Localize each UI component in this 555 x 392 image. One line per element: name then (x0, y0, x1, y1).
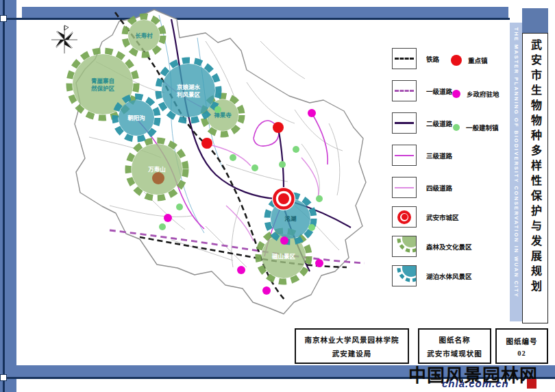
general-town-dot (176, 204, 183, 210)
legend-label: 一般建制镇 (466, 123, 499, 132)
township-seat-dot (315, 259, 323, 267)
drawing-name-label: 图纸名称 (439, 334, 471, 345)
general-town-dot (316, 195, 323, 202)
organization-line2: 武安建设局 (332, 348, 372, 358)
scenic-area-label: 朝阳沟 (127, 114, 145, 121)
drawing-name-box: 图纸名称 武安市域现状图 (418, 328, 491, 364)
legend-label: 湖泊水体风景区 (426, 271, 472, 281)
legend-item-township-seat: 乡政府驻地 (452, 89, 500, 99)
legend-item-road1: 一级道路 (392, 80, 452, 101)
general-town-dot (159, 223, 166, 230)
township-seat-dot-icon (452, 90, 460, 98)
legend-item-lake: 湖泊水体风景区 (392, 265, 472, 286)
legend-item-city: 武安市城区 (392, 206, 459, 228)
legend-item-road3: 三级道路 (392, 145, 452, 166)
legend-swatch-box (392, 80, 417, 101)
organization-line1: 南京林业大学风景园林学院 (305, 334, 399, 345)
key-town-dot (273, 122, 284, 133)
general-town-dot (308, 224, 315, 231)
scenic-core-dot (152, 172, 164, 184)
general-town-dot (251, 164, 258, 171)
legend-swatch-box (392, 48, 417, 69)
chinese-title-box: 武安市生物物种多样性保护与发展规划 (522, 33, 548, 323)
chinese-title-text: 武安市生物物种多样性保护与发展规划 (527, 34, 543, 323)
legend-swatch-box (392, 177, 417, 198)
drawing-name-value: 武安市域现状图 (427, 348, 482, 358)
legend-item-railway: 铁路 (392, 48, 439, 69)
township-seat-dot (262, 286, 271, 295)
road1-line-sample (395, 90, 414, 92)
legend-swatch-box (392, 206, 417, 228)
road3-line-sample (395, 155, 414, 156)
legend-item-key-town: 重点镇 (451, 55, 488, 66)
scenic-area-label: 磁山景区 (272, 253, 296, 260)
english-title-text: THE MASTER PLANNING OF BIODIVERSITY CONS… (513, 23, 519, 321)
key-town-dot (201, 138, 212, 149)
legend-item-road4: 四级道路 (392, 177, 452, 198)
legend-swatch-box (392, 236, 417, 257)
forest-area-icon (393, 236, 416, 256)
legend-item-forest: 森林及文化景区 (392, 236, 472, 257)
township-seat-dot (308, 109, 316, 117)
drawing-number-label: 图纸编号 (506, 336, 538, 346)
legend-swatch-box (392, 145, 417, 166)
legend-label: 森林及文化景区 (426, 242, 472, 252)
general-town-dot (214, 106, 221, 113)
organization-box: 南京林业大学风景园林学院 武安建设局 (295, 328, 409, 364)
city-bullseye-icon (397, 210, 411, 224)
legend-label: 一级道路 (426, 86, 452, 96)
scenic-area-label: 京娘湖水利风景区 (176, 84, 201, 98)
legend-label: 铁路 (426, 54, 439, 64)
legend-label: 重点镇 (468, 56, 488, 65)
general-town-dot (230, 154, 236, 161)
scenic-area-label: 洺湖 (284, 215, 297, 222)
scenic-area-label: 万寿山 (147, 166, 166, 173)
city-center-marker (272, 187, 295, 210)
seal-icon (527, 379, 536, 389)
legend-label: 乡政府驻地 (467, 89, 500, 99)
road4-line-sample (395, 187, 414, 188)
drawing-number-value: 02 (517, 350, 526, 357)
scenic-area-label: 长寿村 (135, 32, 153, 39)
legend-item-general-town: 一般建制镇 (453, 123, 499, 132)
township-seat-dot (280, 236, 288, 245)
legend-label: 二级道路 (426, 119, 452, 128)
township-seat-dot (164, 214, 172, 222)
drawing-number-box: 图纸编号 02 (495, 328, 548, 364)
legend-label: 三级道路 (426, 151, 452, 160)
title-header-block (522, 8, 548, 33)
legend-label: 武安市城区 (426, 212, 459, 222)
legend-swatch-box (392, 112, 417, 134)
legend-label: 四级道路 (426, 183, 452, 193)
lake-area-icon (393, 266, 416, 286)
road2-line-sample (395, 122, 414, 124)
general-town-dot (279, 161, 286, 168)
english-title-strip: THE MASTER PLANNING OF BIODIVERSITY CONS… (510, 23, 522, 321)
railway-line-sample (395, 58, 414, 60)
general-town-dot-icon (453, 124, 460, 131)
general-town-dot (293, 146, 299, 153)
legend-swatch-box (392, 265, 417, 286)
scenic-area-label: 青崖寨自然保护区 (90, 77, 115, 92)
township-seat-dot (237, 266, 245, 274)
watermark-site-url: chla.com.cn (442, 378, 509, 389)
planning-sheet: 青崖寨自然保护区长寿村禅果寺万寿山磁山景区京娘湖水利风景区朝阳沟洺湖 铁路 一级… (0, 0, 555, 392)
legend-item-road2: 二级道路 (392, 112, 452, 134)
key-town-dot-icon (451, 55, 462, 66)
compass-icon (51, 23, 78, 55)
scenic-area-label: 禅果寺 (213, 112, 232, 119)
